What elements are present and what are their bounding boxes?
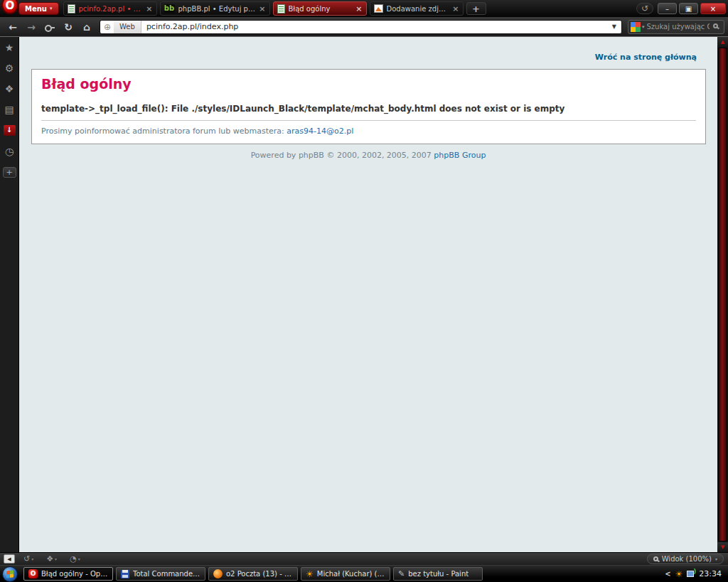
taskbar-button-total-commander[interactable]: Total Commander ... [116, 567, 205, 581]
widgets-gear-icon[interactable]: ⚙ [5, 63, 14, 73]
home-button[interactable]: ⌂ [77, 19, 96, 35]
url-text[interactable]: pcinfo.2ap.pl/index.php [141, 22, 607, 31]
restore-button[interactable]: ▣ [679, 3, 698, 14]
phpbb-group-link[interactable]: phpBB Group [434, 151, 486, 160]
floppy-disk-icon [121, 570, 129, 578]
webpage-content: Wróć na stronę główną Błąd ogólny templa… [19, 37, 717, 552]
tab-title: pcinfo.2ap.pl • Strona gł... [79, 5, 143, 13]
closed-tabs-icon[interactable]: ↺ [636, 3, 653, 14]
chevron-down-icon: ▾ [55, 556, 57, 561]
tab-dodawanie-zdjec[interactable]: Dodawanie zdjęć - Fotos... × [370, 1, 464, 16]
opera-o-icon: O [1, 0, 18, 14]
menu-button-label: Menu [25, 5, 47, 13]
tab-title: phpBB.pl • Edytuj post [178, 5, 256, 13]
tray-collapse-icon[interactable]: < [665, 570, 670, 578]
unite-fan-icon[interactable]: ❖ [5, 84, 14, 94]
taskbar-button-gadu-chat[interactable]: ☀ Michał (Kuchar) (do... [301, 567, 390, 581]
tab-title: Dodawanie zdjęć - Fotos... [387, 5, 449, 13]
tab-strip: pcinfo.2ap.pl • Strona gł... × bb phpBB.… [62, 0, 488, 17]
main-area: ★ ⚙ ❖ ▤ ↓ ◷ + Wróć na stronę główną Błąd… [0, 37, 728, 552]
system-tray: < ☀ 23:34 [665, 569, 726, 579]
status-right: Widok (100%) ▾ [647, 554, 728, 564]
scroll-down-icon[interactable]: ▼ [717, 542, 728, 552]
reload-button[interactable]: ↻ [59, 19, 77, 35]
taskbar-button-opera[interactable]: O Błąd ogólny - Opera [23, 567, 113, 581]
scroll-up-icon[interactable]: ▲ [717, 37, 728, 47]
opera-menu-button[interactable]: Menu ▾ [18, 2, 59, 15]
minimize-button[interactable]: – [658, 3, 677, 14]
start-button[interactable] [2, 566, 18, 582]
close-icon[interactable]: × [259, 4, 265, 14]
opera-turbo-button[interactable]: ◔ ▾ [70, 554, 80, 564]
address-dropdown-icon[interactable]: ▼ [607, 23, 621, 30]
forward-button[interactable]: → [22, 19, 41, 35]
taskbar-clock[interactable]: 23:34 [699, 569, 722, 578]
back-button[interactable]: ← [4, 19, 22, 35]
vertical-scrollbar[interactable]: ▲ ▼ [717, 37, 728, 552]
chevron-down-icon: ▾ [50, 6, 53, 11]
opera-icon: O [28, 569, 38, 578]
task-label: Michał (Kuchar) (do... [317, 570, 385, 578]
opera-browser-window: O Menu ▾ pcinfo.2ap.pl • Strona gł... × … [0, 0, 728, 582]
error-info: Prosimy poinformować administratora foru… [41, 121, 696, 136]
navigation-toolbar: ← → ↻ ⌂ ⊕ Web pcinfo.2ap.pl/index.php ▼ … [0, 17, 728, 37]
zoom-widget[interactable]: Widok (100%) ▾ [647, 554, 724, 564]
gadu-tray-icon[interactable]: ☀ [675, 569, 683, 579]
page-favicon [68, 4, 75, 14]
address-bar[interactable]: ⊕ Web pcinfo.2ap.pl/index.php ▼ [100, 20, 622, 34]
panel-toggle-button[interactable]: ◀ [4, 554, 15, 564]
unite-fan-icon: ❖ [46, 554, 53, 564]
gadu-sun-icon: ☀ [306, 569, 314, 579]
bookmarks-star-icon[interactable]: ★ [5, 43, 14, 53]
error-title: Błąd ogólny [41, 76, 696, 92]
new-tab-button[interactable]: + [466, 2, 486, 15]
task-label: Total Commander ... [133, 570, 200, 578]
scrollbar-thumb[interactable] [718, 48, 727, 541]
return-home-link[interactable]: Wróć na stronę główną [595, 53, 697, 62]
opera-link-sync-button[interactable]: ↺ ▾ [23, 554, 33, 564]
close-icon[interactable]: × [452, 4, 459, 14]
chevron-down-icon: ▾ [78, 556, 80, 561]
task-label: bez tytułu - Paint [408, 570, 469, 578]
close-window-button[interactable]: × [700, 3, 726, 14]
chevron-down-icon: ▾ [715, 556, 717, 561]
tab-phpbb[interactable]: bb phpBB.pl • Edytuj post × [160, 1, 270, 16]
powered-by-text: Powered by phpBB © 2000, 2002, 2005, 200… [251, 151, 432, 160]
task-label: o2 Poczta (13) - Moz... [226, 570, 293, 578]
opera-logo: O [0, 0, 18, 17]
network-tray-icon[interactable] [687, 571, 695, 578]
windows-flag-icon [6, 570, 14, 578]
taskbar-button-firefox-mail[interactable]: o2 Poczta (13) - Moz... [208, 567, 298, 581]
tab-blad-ogolny-active[interactable]: Błąd ogólny × [273, 1, 367, 16]
error-message: template->_tpl_load_file(): File ./style… [41, 104, 696, 121]
back-link-row: Wróć na stronę główną [19, 49, 717, 63]
add-panel-button[interactable]: + [3, 167, 16, 178]
notes-icon[interactable]: ▤ [4, 104, 14, 114]
sync-icon: ↺ [23, 554, 30, 564]
phpbb-favicon: bb [164, 4, 175, 14]
close-icon[interactable]: × [355, 4, 362, 14]
error-box: Błąd ogólny template->_tpl_load_file(): … [31, 69, 706, 144]
window-controls: – ▣ × [658, 3, 726, 14]
history-clock-icon[interactable]: ◷ [5, 146, 14, 156]
firefox-icon [213, 569, 223, 578]
search-icon[interactable] [713, 23, 718, 28]
webmaster-email-link[interactable]: aras94-14@o2.pl [287, 126, 353, 136]
web-protocol-badge: Web [114, 21, 141, 33]
image-favicon [374, 4, 383, 13]
globe-icon: ⊕ [104, 22, 111, 32]
search-box[interactable]: ▾ [628, 20, 724, 34]
tab-title: Błąd ogólny [289, 5, 353, 13]
close-icon[interactable]: × [146, 4, 152, 14]
search-input[interactable] [645, 23, 712, 31]
rewind-key-button[interactable] [41, 19, 59, 35]
turbo-icon: ◔ [70, 554, 77, 564]
chevron-down-icon: ▾ [31, 556, 33, 561]
tab-pcinfo[interactable]: pcinfo.2ap.pl • Strona gł... × [63, 1, 157, 16]
taskbar-button-paint[interactable]: ✎ bez tytułu - Paint [393, 567, 483, 581]
error-info-text: Prosimy poinformować administratora foru… [41, 126, 284, 136]
tab-bar: O Menu ▾ pcinfo.2ap.pl • Strona gł... × … [0, 0, 728, 17]
downloads-icon[interactable]: ↓ [4, 125, 16, 136]
opera-unite-button[interactable]: ❖ ▾ [46, 554, 57, 564]
status-bar: ◀ ↺ ▾ ❖ ▾ ◔ ▾ Widok (100%) ▾ [0, 552, 728, 565]
